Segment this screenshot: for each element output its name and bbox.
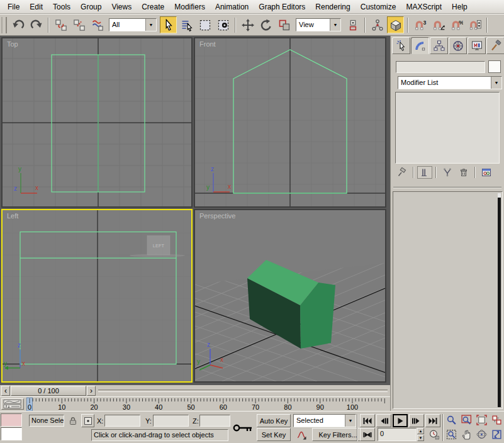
menu-maxscript[interactable]: MAXScript [401,1,447,13]
default-tangent-button[interactable] [293,428,310,441]
toolbar-grip[interactable] [1,17,7,33]
rollout-scrollbar[interactable] [498,193,501,407]
angle-snap-3d-button[interactable]: 3 [412,16,428,33]
viewport-front[interactable]: z x y Front [194,37,386,208]
viewport-front-label[interactable]: Front [199,40,216,48]
time-configuration-button[interactable] [427,428,440,441]
viewport-left-active[interactable]: LEFT z y x Left [1,209,193,383]
redo-button[interactable] [28,16,45,33]
menu-create[interactable]: Create [137,1,169,13]
time-slider-track[interactable] [98,390,388,392]
select-by-name-button[interactable] [178,16,195,33]
viewport-top-label[interactable]: Top [7,40,18,48]
dropdown-arrow-icon[interactable]: ▼ [330,19,340,31]
play-animation-button[interactable] [393,414,408,427]
zoom-all-button[interactable] [459,413,473,427]
select-and-manipulate-button[interactable] [369,16,386,33]
menu-modifiers[interactable]: Modifiers [169,1,210,13]
window-crossing-toggle-button[interactable] [215,16,232,33]
previous-frame-button[interactable] [376,414,391,427]
bind-to-space-warp-button[interactable] [89,16,106,33]
remove-modifier-button[interactable] [456,166,471,179]
time-slider-next-button[interactable]: › [87,386,96,396]
min-max-toggle-button[interactable] [490,428,503,441]
scrollbar-thumb[interactable] [498,193,501,198]
menu-tools[interactable]: Tools [48,1,76,13]
menu-graph-editors[interactable]: Graph Editors [254,1,310,13]
z-coordinate-field[interactable] [199,415,230,427]
menu-customize[interactable]: Customize [356,1,401,13]
show-end-result-button[interactable] [417,166,432,179]
arc-rotate-button[interactable] [474,428,488,441]
modifier-list-dropdown[interactable]: Modifier List ▼ [398,76,502,89]
menu-rendering[interactable]: Rendering [310,1,355,13]
house-object[interactable] [247,260,335,349]
select-and-link-button[interactable] [52,16,69,33]
unlink-selection-button[interactable] [70,16,87,33]
menu-edit[interactable]: Edit [25,1,48,13]
zoom-extents-all-button[interactable] [490,413,503,427]
zoom-extents-button[interactable] [474,413,488,427]
go-to-end-button[interactable] [425,414,440,427]
select-object-button[interactable] [160,16,177,33]
menu-animation[interactable]: Animation [210,1,254,13]
object-name-field[interactable] [396,61,485,73]
tab-display[interactable] [468,37,486,54]
menu-file[interactable]: File [3,1,25,13]
use-pivot-point-center-button[interactable] [344,16,361,33]
absolute-mode-toggle[interactable] [81,414,94,427]
viewport-left-label[interactable]: Left [7,212,18,220]
spinner-snap-toggle-button[interactable] [466,16,483,33]
x-coordinate-field[interactable] [104,415,140,427]
next-frame-button[interactable] [409,414,424,427]
make-unique-button[interactable] [440,166,455,179]
frame-spinner-up[interactable]: ▲ [417,428,424,434]
maxscript-mini-listener-macro[interactable] [1,413,22,427]
time-slider-handle[interactable]: 0 / 100 [11,386,86,396]
configure-modifier-sets-button[interactable] [479,166,494,179]
zoom-region-button[interactable] [444,428,458,441]
set-keys-button[interactable] [232,413,255,442]
tab-hierarchy[interactable] [430,37,448,54]
tab-modify[interactable] [411,37,429,54]
rectangular-selection-region-button[interactable] [196,16,213,33]
dropdown-arrow-icon[interactable]: ▼ [345,415,356,427]
object-color-swatch[interactable] [488,60,501,73]
auto-key-button[interactable]: Auto Key [257,414,291,427]
viewport-top[interactable]: y x z Top [1,37,193,208]
time-slider-prev-button[interactable]: ‹ [1,386,10,396]
reference-coordinate-system-dropdown[interactable]: View ▼ [296,18,341,31]
menu-group[interactable]: Group [76,1,106,13]
selection-filter-dropdown[interactable]: All ▼ [109,18,157,31]
selection-lock-toggle[interactable] [67,415,79,427]
tab-motion[interactable] [449,37,467,54]
frame-spinner-down[interactable]: ▼ [417,435,424,441]
viewport-perspective[interactable]: z y x Perspective [194,209,386,383]
viewport-top-canvas[interactable]: y x z [3,38,191,206]
angle-snap-toggle-button[interactable] [430,16,447,33]
key-mode-selection-dropdown[interactable]: Selected ▼ [293,414,356,427]
menu-help[interactable]: Help [447,1,473,13]
maxscript-mini-listener[interactable] [1,427,22,440]
tab-utilities[interactable] [486,37,504,54]
percent-snap-toggle-button[interactable]: % [448,16,465,33]
tab-create[interactable] [392,37,410,54]
undo-button[interactable] [9,16,26,33]
open-mini-curve-editor-button[interactable] [1,398,24,410]
key-mode-toggle-button[interactable] [360,428,375,441]
modifier-stack-list[interactable] [395,92,500,164]
set-key-button[interactable]: Set Key [257,428,291,441]
y-coordinate-field[interactable] [153,415,189,427]
current-frame-field[interactable]: 0 [378,428,417,441]
menu-views[interactable]: Views [106,1,137,13]
zoom-button[interactable] [444,413,458,427]
key-filters-button[interactable]: Key Filters... [312,428,364,441]
select-and-move-button[interactable] [239,16,256,33]
trackbar-ruler[interactable]: 0102030405060708090100 [25,397,389,412]
viewport-perspective-canvas[interactable]: z y x [195,210,385,381]
viewport-perspective-label[interactable]: Perspective [199,212,235,220]
snaps-toggle-button[interactable] [387,16,404,33]
viewport-front-canvas[interactable]: z x y [195,38,385,206]
dropdown-arrow-icon[interactable]: ▼ [491,77,501,89]
viewport-left-canvas[interactable]: LEFT z y x [3,210,191,381]
